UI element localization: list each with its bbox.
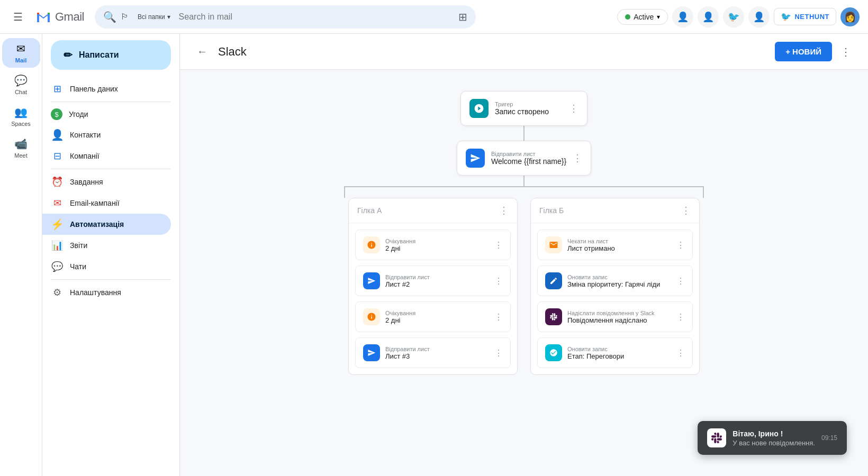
branch-a-node-4-menu[interactable]: ⋮ bbox=[494, 348, 503, 358]
sidebar-item-chat[interactable]: 💬 Chat bbox=[2, 70, 40, 99]
icon-btn-2[interactable]: 👤 bbox=[698, 6, 719, 28]
nav-divider-3 bbox=[51, 279, 171, 280]
branch-b-node-1-menu[interactable]: ⋮ bbox=[676, 240, 685, 250]
toast-subtitle: У вас нове повідомлення. bbox=[733, 439, 815, 447]
branch-a-node-1-menu[interactable]: ⋮ bbox=[494, 240, 503, 250]
settings-filter-icon[interactable]: ⊞ bbox=[458, 11, 467, 23]
nav-item-deals[interactable]: $ Угоди bbox=[42, 104, 171, 124]
toast-title: Вітаю, Ірино ! bbox=[733, 429, 815, 438]
toast-icon bbox=[707, 428, 726, 447]
branch-a-node-2-menu[interactable]: ⋮ bbox=[494, 276, 503, 286]
more-options-icon: ⋮ bbox=[840, 45, 851, 58]
nav-item-chats[interactable]: 💬 Чати bbox=[42, 256, 171, 277]
icon-btn-3[interactable]: 👤 bbox=[748, 6, 770, 28]
branch-b-node-2[interactable]: Оновити запис Зміна пріоритету: Гарячі л… bbox=[537, 266, 693, 296]
branch-b-node-2-icon bbox=[545, 272, 562, 289]
active-status-badge[interactable]: Active ▾ bbox=[617, 9, 668, 25]
branch-b-node-3[interactable]: Надіслати повідомлення у Slack Повідомле… bbox=[537, 301, 693, 332]
branch-b-title: Гілка Б bbox=[539, 206, 564, 215]
sidebar-spaces-label: Spaces bbox=[11, 121, 31, 127]
branch-a-node-1[interactable]: Очікування 2 дні ⋮ bbox=[355, 230, 511, 260]
nav-item-companies[interactable]: ⊟ Компанії bbox=[42, 145, 171, 167]
branch-b-node-1-label: Чекати на лист bbox=[567, 238, 671, 244]
split-connector bbox=[344, 176, 704, 198]
branch-a-node-3-menu[interactable]: ⋮ bbox=[494, 312, 503, 322]
nav-item-reports[interactable]: 📊 Звіти bbox=[42, 235, 171, 256]
send-email-1-node[interactable]: Відправити лист Welcome {{first name}} ⋮ bbox=[457, 141, 591, 176]
sidebar-item-spaces[interactable]: 👥 Spaces bbox=[2, 102, 40, 131]
branch-a-node-2[interactable]: Відправити лист Лист #2 ⋮ bbox=[355, 266, 511, 296]
branch-b-node-4-menu[interactable]: ⋮ bbox=[676, 348, 685, 358]
branch-b-body: Чекати на лист Лист отримано ⋮ bbox=[531, 223, 699, 374]
search-bar: 🔍 🏳 Всі папки ▾ ⊞ bbox=[95, 5, 476, 29]
compose-button[interactable]: ✏ Написати bbox=[51, 40, 171, 70]
branch-a-node-4[interactable]: Відправити лист Лист #3 ⋮ bbox=[355, 337, 511, 368]
branch-b-header: Гілка Б ⋮ bbox=[531, 198, 699, 223]
branch-b-node-4-icon bbox=[545, 344, 562, 361]
branch-b-node-4[interactable]: Оновити запис Етап: Переговори ⋮ bbox=[537, 337, 693, 368]
all-folders-dropdown[interactable]: Всі папки ▾ bbox=[133, 11, 175, 23]
branch-a-node-1-title: 2 дні bbox=[385, 244, 489, 252]
trigger-info: Тригер Запис створено bbox=[495, 101, 563, 116]
search-icon[interactable]: 🔍 bbox=[103, 11, 116, 23]
tasks-icon: ⏰ bbox=[51, 176, 64, 188]
filter-icon[interactable]: 🏳 bbox=[121, 12, 129, 22]
search-input[interactable] bbox=[179, 12, 454, 22]
branch-b-menu[interactable]: ⋮ bbox=[681, 205, 691, 216]
branch-b-node-3-icon bbox=[545, 308, 562, 325]
branch-a-node-3-title: 2 дні bbox=[385, 316, 489, 324]
more-options-button[interactable]: ⋮ bbox=[836, 42, 855, 61]
trigger-menu[interactable]: ⋮ bbox=[569, 103, 578, 114]
nav-item-contacts[interactable]: 👤 Контакти bbox=[42, 124, 171, 145]
meet-icon: 📹 bbox=[14, 138, 28, 150]
nav-reports-label: Звіти bbox=[70, 241, 87, 250]
trigger-node[interactable]: Тригер Запис створено ⋮ bbox=[460, 91, 587, 126]
gmail-logo: Gmail bbox=[34, 7, 84, 26]
nethunt-brand[interactable]: 🐦 NETHUNT bbox=[774, 8, 836, 25]
toast-notification[interactable]: Вітаю, Ірино ! У вас нове повідомлення. … bbox=[698, 421, 847, 455]
nav-item-automation[interactable]: ⚡ Автоматизація bbox=[42, 214, 171, 235]
nav-item-dashboard[interactable]: ⊞ Панель даних bbox=[42, 78, 171, 99]
branch-b-node-1[interactable]: Чекати на лист Лист отримано ⋮ bbox=[537, 230, 693, 260]
topbar-right: Active ▾ 👤 👤 🐦 👤 🐦 NETHUNT 👩 bbox=[617, 6, 860, 28]
campaigns-icon: ✉ bbox=[51, 197, 64, 209]
page-title: Slack bbox=[218, 45, 775, 59]
mail-icon: ✉ bbox=[16, 42, 25, 55]
branch-b-node-2-menu[interactable]: ⋮ bbox=[676, 276, 685, 286]
branch-b-node-4-label: Оновити запис bbox=[567, 346, 671, 352]
topbar: ☰ Gmail 🔍 🏳 Всі п bbox=[0, 0, 868, 34]
send-email-1-icon bbox=[466, 149, 485, 168]
content-area: ← Slack + НОВИЙ ⋮ Тригер Запис bbox=[180, 34, 868, 476]
branch-a-menu[interactable]: ⋮ bbox=[499, 205, 509, 216]
branch-b-node-3-menu[interactable]: ⋮ bbox=[676, 312, 685, 322]
branch-a-node-4-title: Лист #3 bbox=[385, 352, 489, 360]
automation-canvas: Тригер Запис створено ⋮ Відправити лист … bbox=[180, 70, 868, 476]
nethunt-icon-btn[interactable]: 🐦 bbox=[723, 6, 744, 28]
nav-item-tasks[interactable]: ⏰ Завдання bbox=[42, 171, 171, 193]
branch-a-node-3[interactable]: Очікування 2 дні ⋮ bbox=[355, 301, 511, 332]
new-button[interactable]: + НОВИЙ bbox=[775, 42, 832, 61]
sidebar-item-mail[interactable]: ✉ Mail bbox=[2, 38, 40, 68]
branch-a-node-1-info: Очікування 2 дні bbox=[385, 238, 489, 252]
back-button[interactable]: ← bbox=[193, 42, 212, 61]
nav-item-campaigns[interactable]: ✉ Email-кампанії bbox=[42, 193, 171, 214]
new-btn-label: + НОВИЙ bbox=[785, 47, 821, 56]
nav-companies-label: Компанії bbox=[70, 152, 100, 160]
icon-btn-1[interactable]: 👤 bbox=[672, 6, 693, 28]
send-email-1-menu[interactable]: ⋮ bbox=[573, 152, 582, 164]
back-icon: ← bbox=[197, 45, 207, 58]
nav-deals-label: Угоди bbox=[69, 110, 88, 118]
sidebar: ✉ Mail 💬 Chat 👥 Spaces 📹 Meet bbox=[0, 34, 42, 476]
sidebar-item-meet[interactable]: 📹 Meet bbox=[2, 133, 40, 163]
nav-item-settings[interactable]: ⚙ Налаштування bbox=[42, 282, 171, 303]
svg-rect-2 bbox=[48, 13, 50, 14]
branch-a-node-4-icon bbox=[363, 344, 380, 361]
branch-a-node-1-label: Очікування bbox=[385, 238, 489, 244]
active-label: Active bbox=[634, 13, 654, 21]
user-avatar[interactable]: 👩 bbox=[840, 7, 860, 26]
branch-b-node-3-title: Повідомлення надіслано bbox=[567, 316, 671, 324]
send-email-1-label: Відправити лист bbox=[491, 151, 566, 157]
branch-a-node-4-label: Відправити лист bbox=[385, 346, 489, 352]
menu-icon[interactable]: ☰ bbox=[8, 7, 28, 26]
branch-b-node-2-label: Оновити запис bbox=[567, 274, 671, 280]
